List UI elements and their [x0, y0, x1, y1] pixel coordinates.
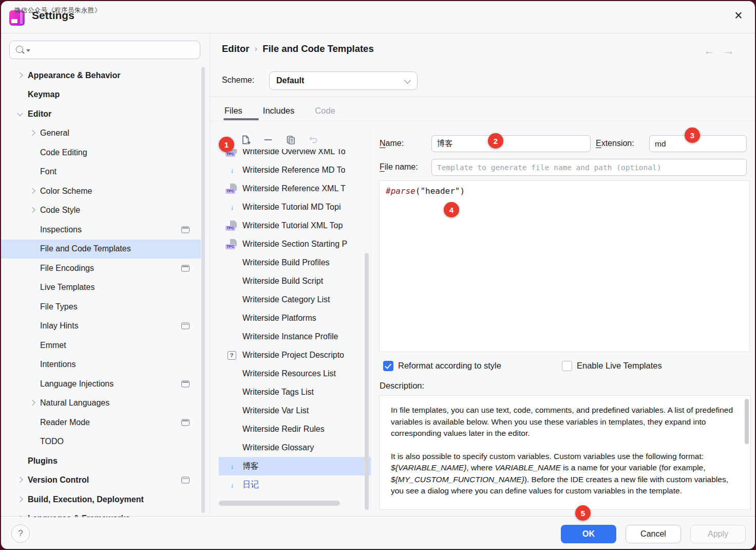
description-scrollbar[interactable]	[745, 399, 749, 444]
header-divider	[1, 33, 755, 33]
template-name: Writerside Project Descripto	[242, 351, 344, 360]
remove-template-button[interactable]	[262, 134, 274, 146]
chevron-icon[interactable]	[29, 207, 35, 213]
close-icon[interactable]: ×	[729, 6, 748, 25]
copy-template-button[interactable]	[285, 134, 297, 146]
filename-input[interactable]	[431, 159, 747, 176]
template-list-item[interactable]: Writerside Tutorial MD Topi	[219, 198, 371, 216]
per-project-settings-icon	[181, 226, 190, 233]
template-list-item[interactable]: Writerside Reference MD To	[219, 161, 371, 179]
description-paragraph-2: It is also possible to specify custom va…	[391, 451, 739, 497]
sidebar-divider	[210, 33, 210, 514]
template-list-item[interactable]: 博客	[219, 457, 371, 475]
chevron-icon[interactable]	[29, 130, 35, 136]
template-list-item[interactable]: Writerside Section Starting P	[219, 235, 371, 253]
template-code-line: #parse("header")	[386, 186, 743, 196]
sidebar-item[interactable]: TODO	[1, 432, 201, 452]
sidebar-item[interactable]: Code Editing	[1, 143, 201, 162]
template-list-item[interactable]: Writerside Build Script	[219, 272, 371, 290]
template-type-icon	[225, 369, 238, 379]
reformat-checkbox[interactable]	[383, 361, 393, 371]
sidebar-item[interactable]: Reader Mode	[1, 413, 201, 432]
sidebar-item[interactable]: Font	[1, 162, 201, 182]
sidebar-item[interactable]: File Encodings	[1, 259, 201, 278]
search-input[interactable]	[33, 42, 195, 58]
template-type-icon	[225, 258, 238, 268]
template-list-item[interactable]: Writerside Instance Profile	[219, 327, 371, 346]
sidebar-item[interactable]: Color Scheme	[1, 181, 201, 201]
step-badge-1: 1	[219, 137, 234, 152]
extension-label: Extension:	[596, 139, 634, 148]
sidebar-item[interactable]: Natural Languages	[1, 394, 201, 413]
sidebar-item[interactable]: File Types	[1, 297, 201, 317]
sidebar-item-label: Editor	[28, 109, 51, 119]
tab[interactable]: Includes	[262, 104, 295, 117]
sidebar-item[interactable]: Build, Execution, Deployment	[1, 490, 201, 509]
sidebar-item[interactable]: Plugins	[1, 451, 201, 471]
live-templates-label: Enable Live Templates	[577, 361, 662, 371]
filename-label: File name:	[380, 162, 418, 172]
tab[interactable]: Files	[223, 104, 243, 117]
template-list-item[interactable]: Writerside Glossary	[219, 438, 371, 457]
chevron-icon[interactable]	[17, 496, 23, 502]
template-list-item[interactable]: Writerside Tutorial XML Top	[219, 216, 371, 235]
template-list-item[interactable]: Writerside Platforms	[219, 309, 371, 327]
cancel-button[interactable]: Cancel	[626, 525, 681, 543]
sidebar-item[interactable]: File and Code Templates	[1, 240, 201, 259]
template-type-icon	[225, 443, 238, 453]
velocity-directive: #parse	[386, 186, 415, 196]
sidebar-item[interactable]: Intentions	[1, 355, 201, 375]
template-list-item[interactable]: Writerside Overview XML To	[219, 149, 371, 161]
template-list-item[interactable]: Writerside Resources List	[219, 364, 371, 383]
tab[interactable]: Code	[314, 104, 336, 117]
template-list-vscrollbar[interactable]	[365, 253, 369, 510]
template-list-item[interactable]: Writerside Var List	[219, 401, 371, 420]
template-editor[interactable]: #parse("header")	[379, 180, 750, 352]
sidebar-item[interactable]: General	[1, 124, 201, 143]
template-list-item[interactable]: Writerside Reference XML T	[219, 179, 371, 198]
settings-window: 微信公众号《程序员朱永胜》 Settings × Appearance & Be…	[0, 0, 756, 550]
active-tab-underline	[223, 118, 259, 120]
sidebar-item[interactable]: Code Style	[1, 201, 201, 221]
template-list-hscrollbar[interactable]	[219, 501, 340, 506]
sidebar-item[interactable]: Inspections	[1, 220, 201, 240]
sidebar-item[interactable]: Emmet	[1, 336, 201, 355]
ok-button[interactable]: OK	[561, 525, 616, 543]
chevron-icon[interactable]	[29, 188, 35, 193]
template-list-item[interactable]: Writerside Project Descripto	[219, 346, 371, 364]
scheme-select[interactable]: Default	[269, 71, 418, 90]
create-template-button[interactable]	[239, 134, 252, 146]
sidebar-item[interactable]: Appearance & Behavior	[1, 66, 201, 85]
template-list-item[interactable]: Writerside Build Profiles	[219, 253, 371, 272]
sidebar-item[interactable]: Version Control	[1, 471, 201, 490]
template-list-item[interactable]: Writerside Category List	[219, 290, 371, 309]
help-icon[interactable]: ?	[11, 524, 30, 543]
chevron-icon[interactable]	[17, 72, 23, 78]
sidebar-scrollbar[interactable]	[201, 67, 205, 513]
chevron-icon[interactable]	[29, 400, 35, 406]
forward-arrow-icon[interactable]: →	[723, 44, 734, 58]
sidebar-item[interactable]: Language Injections	[1, 374, 201, 394]
sidebar-item[interactable]: Editor	[1, 104, 201, 124]
breadcrumb-page: File and Code Templates	[262, 43, 374, 54]
sidebar-item[interactable]: Inlay Hints	[1, 317, 201, 336]
name-input[interactable]	[431, 135, 591, 152]
breadcrumb-section[interactable]: Editor	[222, 43, 249, 54]
template-type-icon	[225, 295, 238, 305]
chevron-icon[interactable]	[17, 110, 23, 116]
sidebar-item[interactable]: Keymap	[1, 85, 201, 105]
per-project-settings-icon	[181, 419, 190, 426]
chevron-icon[interactable]	[17, 477, 23, 483]
settings-search-box[interactable]	[9, 41, 200, 59]
sidebar-item-label: Natural Languages	[40, 398, 109, 408]
description-box[interactable]: In file templates, you can use text, cod…	[379, 395, 751, 510]
search-history-caret-icon	[26, 49, 30, 52]
template-type-icon	[225, 332, 238, 342]
sidebar-item[interactable]: Live Templates	[1, 278, 201, 298]
back-arrow-icon[interactable]: ←	[704, 44, 715, 58]
live-templates-checkbox[interactable]	[562, 361, 572, 371]
sidebar-item-label: Build, Execution, Deployment	[28, 495, 144, 504]
template-list-item[interactable]: Writerside Tags List	[219, 383, 371, 401]
template-list-item[interactable]: 日记	[219, 475, 371, 494]
template-list-item[interactable]: Writerside Redir Rules	[219, 420, 371, 438]
